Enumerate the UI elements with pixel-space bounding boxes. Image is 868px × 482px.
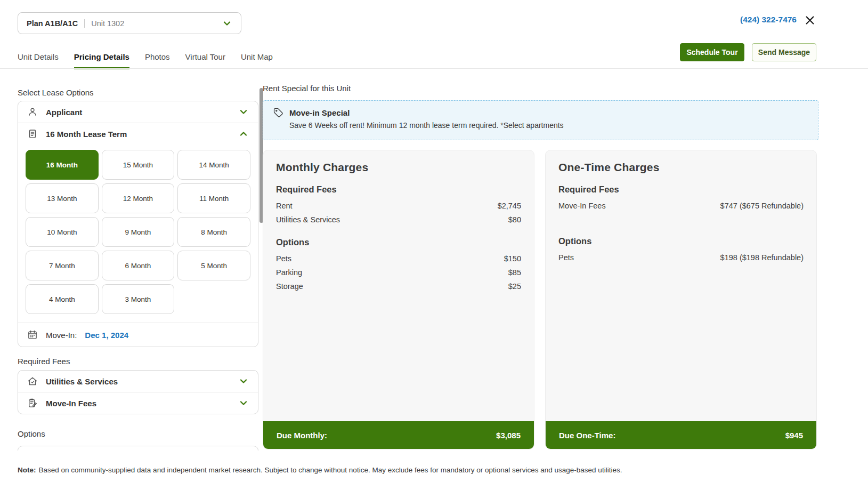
tab-unit-map[interactable]: Unit Map: [241, 52, 273, 69]
fee-label: Parking: [276, 268, 302, 277]
fee-row-storage: Storage $25: [276, 279, 521, 293]
chevron-down-icon: [222, 18, 232, 29]
term-button-9-month[interactable]: 9 Month: [102, 217, 175, 247]
move-in-fees-accordion[interactable]: Move-In Fees: [18, 392, 258, 414]
select-lease-options-heading: Select Lease Options: [18, 88, 258, 97]
term-button-11-month[interactable]: 11 Month: [177, 183, 250, 213]
term-button-10-month[interactable]: 10 Month: [26, 217, 99, 247]
due-monthly-value: $3,085: [496, 431, 521, 440]
lease-term-label: 16 Month Lease Term: [46, 130, 230, 139]
required-fees-card: Utilities & Services Move-In Fees: [18, 370, 258, 414]
move-in-special-banner: Move-in Special Save 6 Weeks off rent! M…: [263, 100, 818, 140]
term-button-6-month[interactable]: 6 Month: [102, 251, 175, 280]
fee-value: $25: [508, 282, 521, 291]
unit-number: Unit 1302: [91, 19, 222, 28]
spacer: [558, 213, 804, 226]
monthly-charges-card: Monthly Charges Required Fees Rent $2,74…: [263, 150, 534, 449]
fee-label: Storage: [276, 282, 303, 291]
utilities-services-accordion[interactable]: Utilities & Services: [18, 371, 258, 392]
special-description: Save 6 Weeks off rent! Minimum 12 month …: [289, 121, 808, 130]
fee-value: $2,745: [498, 202, 521, 210]
due-one-time-bar: Due One-Time: $945: [546, 421, 816, 449]
plan-name: Plan A1B/A1C: [27, 19, 78, 28]
clipboard-pencil-icon: [27, 398, 38, 408]
close-icon[interactable]: [804, 14, 816, 26]
applicant-accordion[interactable]: Applicant: [18, 101, 258, 123]
fee-label: Pets: [276, 254, 291, 263]
special-title: Move-in Special: [289, 108, 350, 117]
term-button-8-month[interactable]: 8 Month: [177, 217, 250, 247]
fee-value: $85: [508, 268, 521, 277]
parking-accordion[interactable]: Parking: [18, 446, 258, 451]
fee-row-pets-deposit: Pets $198 ($198 Refundable): [558, 251, 804, 264]
fee-label: Utilities & Services: [276, 215, 340, 224]
note-label: Note:: [18, 466, 36, 474]
rent-special-heading: Rent Special for this Unit: [263, 84, 351, 93]
chevron-down-icon: [238, 376, 249, 387]
move-in-fees-label: Move-In Fees: [46, 399, 230, 408]
tab-virtual-tour[interactable]: Virtual Tour: [185, 52, 225, 69]
due-monthly-bar: Due Monthly: $3,085: [263, 421, 534, 449]
document-icon: [27, 128, 38, 139]
options-heading: Options: [18, 429, 258, 438]
tab-unit-details[interactable]: Unit Details: [18, 52, 59, 69]
house-check-icon: [27, 376, 38, 387]
calendar-icon: [27, 330, 38, 340]
move-in-date-value[interactable]: Dec 1, 2024: [85, 331, 128, 340]
note-text: Based on community-supplied data and ind…: [39, 466, 622, 474]
chevron-down-icon: [238, 398, 249, 408]
move-in-date-row[interactable]: Move-In: Dec 1, 2024: [18, 323, 258, 347]
fee-label: Move-In Fees: [558, 202, 606, 210]
one-time-required-fees-title: Required Fees: [558, 184, 804, 195]
one-time-options-title: Options: [558, 236, 804, 246]
required-fees-heading: Required Fees: [18, 357, 258, 366]
schedule-tour-button[interactable]: Schedule Tour: [680, 43, 744, 61]
options-card-partial: Parking: [18, 446, 258, 451]
fee-row-parking: Parking $85: [276, 266, 521, 279]
term-button-16-month[interactable]: 16 Month: [26, 150, 99, 180]
chevron-up-icon: [238, 128, 249, 139]
one-time-charges-card: One-Time Charges Required Fees Move-In F…: [545, 150, 817, 449]
fee-value: $80: [508, 215, 521, 224]
term-button-12-month[interactable]: 12 Month: [102, 183, 175, 213]
divider: [84, 19, 85, 28]
due-one-time-value: $945: [785, 431, 803, 440]
monthly-options-title: Options: [276, 237, 521, 247]
lease-term-accordion[interactable]: 16 Month Lease Term: [18, 123, 258, 144]
fee-value: $747 ($675 Refundable): [720, 202, 804, 210]
due-one-time-label: Due One-Time:: [559, 431, 615, 440]
lease-term-grid: 16 Month 15 Month 14 Month 13 Month 12 M…: [18, 144, 258, 323]
tab-photos[interactable]: Photos: [145, 52, 170, 69]
tab-pricing-details[interactable]: Pricing Details: [74, 52, 129, 69]
fee-label: Rent: [276, 202, 293, 210]
tag-icon: [273, 108, 283, 118]
fee-row-move-in-fees: Move-In Fees $747 ($675 Refundable): [558, 199, 804, 213]
term-button-14-month[interactable]: 14 Month: [177, 150, 250, 180]
fee-value: $198 ($198 Refundable): [720, 253, 804, 262]
fee-label: Pets: [558, 253, 574, 262]
term-button-4-month[interactable]: 4 Month: [26, 284, 99, 314]
phone-number-link[interactable]: (424) 322-7476: [740, 15, 797, 25]
chevron-down-icon: [238, 107, 249, 117]
monthly-charges-title: Monthly Charges: [276, 161, 521, 174]
header-divider: [0, 68, 868, 69]
term-button-13-month[interactable]: 13 Month: [26, 183, 99, 213]
send-message-button[interactable]: Send Message: [752, 43, 816, 61]
fee-row-pets: Pets $150: [276, 252, 521, 266]
lease-options-panel: Select Lease Options Applicant 16 Month …: [18, 88, 258, 451]
fee-value: $150: [504, 254, 521, 263]
applicant-label: Applicant: [46, 108, 230, 117]
term-button-7-month[interactable]: 7 Month: [26, 251, 99, 280]
unit-selector-dropdown[interactable]: Plan A1B/A1C Unit 1302: [18, 12, 241, 34]
fee-row-rent: Rent $2,745: [276, 199, 521, 213]
footer-note: Note:Based on community-supplied data an…: [18, 466, 849, 474]
one-time-charges-title: One-Time Charges: [558, 161, 804, 174]
utilities-services-label: Utilities & Services: [46, 377, 230, 386]
term-button-3-month[interactable]: 3 Month: [102, 284, 175, 314]
due-monthly-label: Due Monthly:: [277, 431, 327, 440]
move-in-label: Move-In:: [46, 331, 77, 340]
term-button-15-month[interactable]: 15 Month: [102, 150, 175, 180]
term-button-5-month[interactable]: 5 Month: [177, 251, 250, 280]
monthly-required-fees-title: Required Fees: [276, 184, 521, 195]
person-icon: [27, 107, 38, 117]
